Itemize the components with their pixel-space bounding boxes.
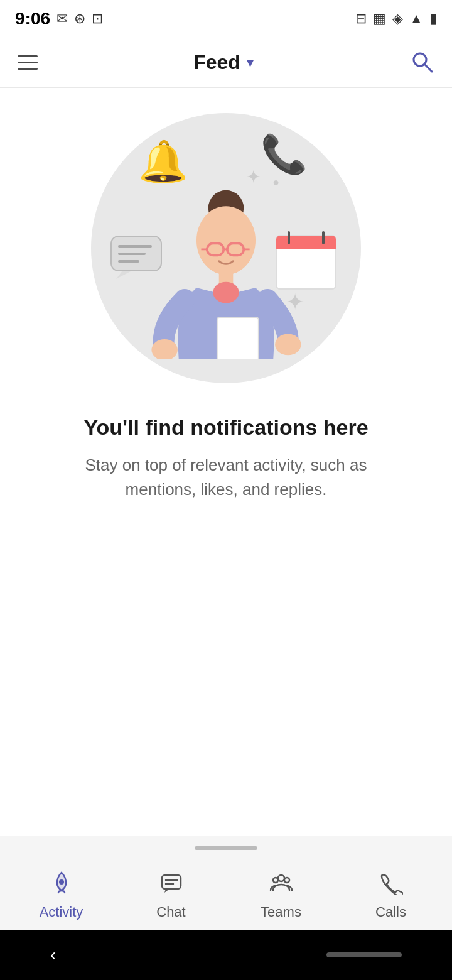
status-right: ⊟ ▦ ◈ ▲ ▮ <box>355 11 437 27</box>
teams-icon <box>269 871 293 900</box>
svg-point-25 <box>213 282 239 303</box>
system-nav-bar: ‹ <box>0 930 452 980</box>
home-indicator[interactable] <box>326 952 402 957</box>
search-button[interactable] <box>409 49 434 76</box>
signal-icon: ◈ <box>392 11 403 27</box>
main-content: 🔔 📞 ✦ ✦ ✦ ● <box>0 88 452 836</box>
feed-title: Feed <box>193 51 240 74</box>
wifi-icon: ▲ <box>409 11 423 27</box>
cast-icon: ⊟ <box>355 11 367 27</box>
status-left: 9:06 ✉ ⊛ ⊡ <box>15 9 103 29</box>
person-illustration <box>126 158 326 359</box>
status-bar: 9:06 ✉ ⊛ ⊡ ⊟ ▦ ◈ ▲ ▮ <box>0 0 452 38</box>
key-status-icon: ⊡ <box>92 11 103 27</box>
calls-icon <box>379 871 403 900</box>
notification-title: You'll find notifications here <box>83 415 368 440</box>
notification-subtitle: Stay on top of relevant activity, such a… <box>63 453 389 502</box>
search-icon <box>409 49 434 74</box>
illustration-container: 🔔 📞 ✦ ✦ ✦ ● <box>91 113 361 383</box>
vibrate-icon: ▦ <box>373 11 386 27</box>
activity-icon <box>50 871 73 900</box>
drag-handle <box>195 846 257 850</box>
svg-rect-27 <box>162 875 181 889</box>
svg-point-32 <box>284 878 289 883</box>
bottom-nav-container: Activity Chat <box>0 836 452 930</box>
handle-bar-area <box>0 836 452 861</box>
svg-point-31 <box>273 878 278 883</box>
nav-item-teams[interactable]: Teams <box>244 871 319 920</box>
feed-title-area[interactable]: Feed ▾ <box>193 51 254 74</box>
back-button[interactable]: ‹ <box>50 945 56 965</box>
svg-line-1 <box>424 64 432 72</box>
status-time: 9:06 <box>15 9 50 29</box>
bottom-navigation: Activity Chat <box>0 861 452 930</box>
svg-rect-24 <box>217 317 259 359</box>
activity-label: Activity <box>40 904 83 920</box>
nav-item-activity[interactable]: Activity <box>24 871 99 920</box>
chat-icon <box>159 871 183 900</box>
calls-label: Calls <box>375 904 406 920</box>
svg-point-30 <box>278 875 284 881</box>
nav-item-calls[interactable]: Calls <box>353 871 429 920</box>
svg-point-23 <box>275 334 301 355</box>
battery-icon: ▮ <box>429 11 437 27</box>
msg-status-icon: ✉ <box>56 11 68 27</box>
chevron-down-icon: ▾ <box>247 55 254 71</box>
nav-item-chat[interactable]: Chat <box>134 871 209 920</box>
svg-point-26 <box>59 879 64 885</box>
menu-button[interactable] <box>18 55 38 70</box>
chat-label: Chat <box>156 904 185 920</box>
remote-status-icon: ⊛ <box>74 11 85 27</box>
top-nav: Feed ▾ <box>0 38 452 88</box>
teams-label: Teams <box>261 904 301 920</box>
